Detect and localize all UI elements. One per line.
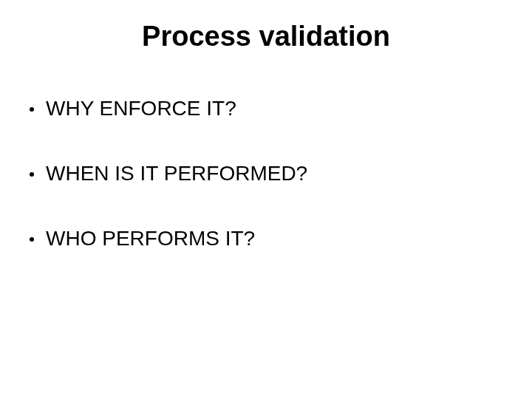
bullet-text: WHY ENFORCE IT? [46, 97, 236, 120]
bullet-text: WHEN IS IT PERFORMED? [46, 162, 307, 185]
list-item: WHEN IS IT PERFORMED? [30, 162, 502, 185]
bullet-icon [30, 107, 34, 112]
list-item: WHO PERFORMS IT? [30, 227, 502, 250]
slide-title: Process validation [30, 21, 502, 52]
bullet-icon [30, 237, 34, 242]
list-item: WHY ENFORCE IT? [30, 97, 502, 120]
bullet-icon [30, 172, 34, 177]
bullet-list: WHY ENFORCE IT? WHEN IS IT PERFORMED? WH… [30, 97, 502, 250]
bullet-text: WHO PERFORMS IT? [46, 227, 255, 250]
